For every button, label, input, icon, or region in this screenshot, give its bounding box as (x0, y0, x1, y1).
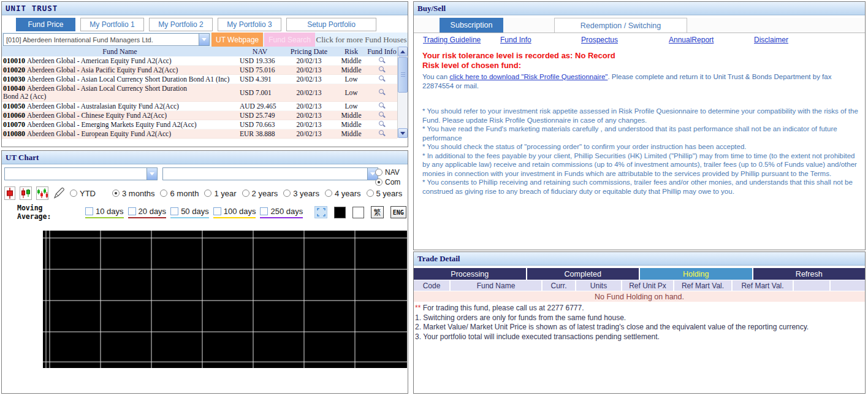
ma-250days-label: 250 days (270, 207, 303, 216)
scroll-down-icon[interactable] (398, 128, 408, 138)
scrollbar-thumb[interactable] (398, 57, 408, 93)
buy-sell-links: Trading Guideline Fund Info Prospectus A… (414, 36, 865, 47)
ma-50days-checkbox[interactable] (170, 207, 178, 215)
dropdown-arrow-icon[interactable] (199, 34, 209, 45)
expand-chart-icon[interactable] (314, 206, 327, 218)
fund-info-magnifier-icon[interactable] (378, 57, 386, 64)
trade-note: 1. Switching orders are only for funds f… (415, 313, 862, 323)
pricing-date: 20/02/13 (282, 89, 336, 96)
table-row[interactable]: 010060Aberdeen Global - Chinese Equity F… (2, 111, 397, 120)
header-fund-name: Fund Name (2, 48, 238, 56)
fund-info-magnifier-icon[interactable] (378, 130, 386, 137)
period-3years-radio[interactable] (283, 190, 291, 197)
fund-search-button[interactable]: Fund Search (264, 33, 315, 47)
compare-mode-radio[interactable] (375, 178, 383, 186)
fund-nav: USD 25.749 (238, 112, 282, 119)
tab-subscription[interactable]: Subscription (440, 18, 503, 33)
trade-detail-panel: Trade Detail Processing Completed Holdin… (413, 251, 866, 394)
period-3months-radio[interactable] (112, 190, 120, 197)
tab-processing[interactable]: Processing (414, 268, 527, 280)
tab-redemption-switching[interactable]: Redemption / Switching (554, 18, 687, 33)
header-blank (794, 280, 831, 291)
fund-house-select[interactable]: [010] Aberdeen International Fund Manage… (3, 33, 210, 46)
chart-fund-select-1[interactable] (4, 167, 158, 180)
ma-100days-label: 100 days (224, 207, 256, 216)
ma-100days-checkbox[interactable] (213, 207, 221, 215)
ut-chart-panel: UT Chart NAV Com (1, 150, 408, 394)
fund-info-magnifier-icon[interactable] (378, 89, 386, 96)
chart-mode-radios: NAV Com (375, 167, 407, 187)
period-6month-radio[interactable] (160, 190, 167, 197)
table-row[interactable]: 010030Aberdeen Global - Asian Local Curr… (2, 75, 397, 84)
period-4years-label: 4 years (335, 189, 361, 198)
black-background-button[interactable] (334, 207, 346, 218)
period-2years-radio[interactable] (242, 190, 249, 197)
fund-info-magnifier-icon[interactable] (378, 121, 386, 128)
dropdown-arrow-icon[interactable] (147, 168, 157, 180)
trading-guideline-link[interactable]: Trading Guideline (423, 36, 481, 44)
nav-mode-radio[interactable] (375, 169, 383, 176)
fund-info-magnifier-icon[interactable] (378, 112, 386, 119)
questionnaire-download-link[interactable]: click here to download "Risk Profile Que… (449, 73, 607, 80)
table-row[interactable]: 010050Aberdeen Global - Australasian Equ… (2, 102, 397, 111)
period-4years-radio[interactable] (325, 190, 332, 197)
tab-my-portfolio-1[interactable]: My Portfolio 1 (80, 18, 144, 31)
table-row[interactable]: 010070Aberdeen Global - Emerging Markets… (2, 120, 397, 129)
fund-info-magnifier-icon[interactable] (378, 102, 386, 110)
header-risk: Risk (336, 47, 367, 56)
scroll-up-icon[interactable] (398, 47, 408, 56)
traditional-chinese-button[interactable]: 繁 (371, 206, 383, 218)
tab-my-portfolio-2[interactable]: My Portfolio 2 (149, 18, 213, 31)
chart-plot-area[interactable] (43, 231, 407, 368)
fund-name: Aberdeen Global - Asian Local Currency S… (27, 75, 229, 83)
fund-nav: AUD 29.465 (238, 102, 282, 110)
chart-fund-select-2[interactable] (162, 167, 378, 180)
tab-setup-portfolio[interactable]: Setup Portfolio (286, 18, 376, 31)
english-button[interactable]: ENG (390, 206, 406, 218)
period-1year-radio[interactable] (204, 190, 211, 197)
tab-refresh[interactable]: Refresh (753, 268, 866, 280)
ma-10days-checkbox[interactable] (85, 207, 93, 215)
prospectus-link[interactable]: Prospectus (581, 36, 618, 44)
fund-info-magnifier-icon[interactable] (378, 66, 386, 74)
tab-holding[interactable]: Holding (640, 268, 753, 280)
period-ytd-radio[interactable] (70, 190, 77, 197)
period-5years-radio[interactable] (367, 190, 374, 197)
tab-completed[interactable]: Completed (527, 268, 641, 280)
disclaimer-note: * You should refer to your investment ri… (422, 107, 859, 125)
pricing-date: 20/02/13 (282, 66, 336, 74)
single-candle-icon[interactable] (4, 186, 15, 200)
ma-20days-checkbox[interactable] (128, 207, 136, 215)
pencil-icon[interactable] (53, 186, 65, 200)
fund-name: Aberdeen Global - Australasian Equity Fu… (27, 102, 179, 110)
fund-code: 010080 (3, 129, 25, 138)
multi-candle-icon[interactable] (36, 186, 48, 200)
tab-fund-price[interactable]: Fund Price (16, 18, 75, 31)
table-row[interactable]: 010080Aberdeen Global - European Equity … (2, 129, 397, 139)
table-row[interactable]: 010010Aberdeen Global - American Equity … (2, 56, 397, 66)
risk-level: Middle (336, 130, 367, 137)
table-row[interactable]: 010020Aberdeen Global - Asia Pacific Equ… (2, 66, 397, 75)
fund-nav: USD 7.001 (238, 89, 282, 96)
pricing-date: 20/02/13 (282, 75, 336, 83)
header-units: Units (576, 280, 622, 291)
ma-50days-label: 50 days (181, 207, 209, 216)
more-fund-houses-link[interactable]: Click for more Fund Houses (315, 35, 408, 45)
ut-chart-title: UT Chart (6, 153, 39, 163)
table-row[interactable]: 010040Aberdeen Global - Asian Local Curr… (2, 84, 397, 102)
disclaimer-notes: * You should refer to your investment ri… (422, 107, 859, 196)
ut-webpage-button[interactable]: UT Webpage (211, 33, 263, 47)
disclaimer-note: * You consents to Phillip receiving and … (422, 178, 859, 196)
risk-level-message: Risk level of chosen fund: (422, 61, 859, 71)
ma-250days-checkbox[interactable] (260, 207, 268, 215)
disclaimer-link[interactable]: Disclaimer (754, 36, 788, 44)
fund-table-scrollbar[interactable] (397, 47, 408, 138)
trade-note: 3. Your portfolio total will include exe… (415, 332, 862, 342)
white-background-button[interactable] (352, 207, 364, 218)
app-screen: UNIT TRUST Fund Price My Portfolio 1 My … (0, 0, 868, 395)
tab-my-portfolio-3[interactable]: My Portfolio 3 (218, 18, 281, 31)
fund-info-link[interactable]: Fund Info (500, 36, 531, 44)
dual-candle-icon[interactable] (20, 186, 32, 200)
fund-info-magnifier-icon[interactable] (378, 75, 386, 83)
annual-report-link[interactable]: AnnualReport (669, 36, 714, 44)
